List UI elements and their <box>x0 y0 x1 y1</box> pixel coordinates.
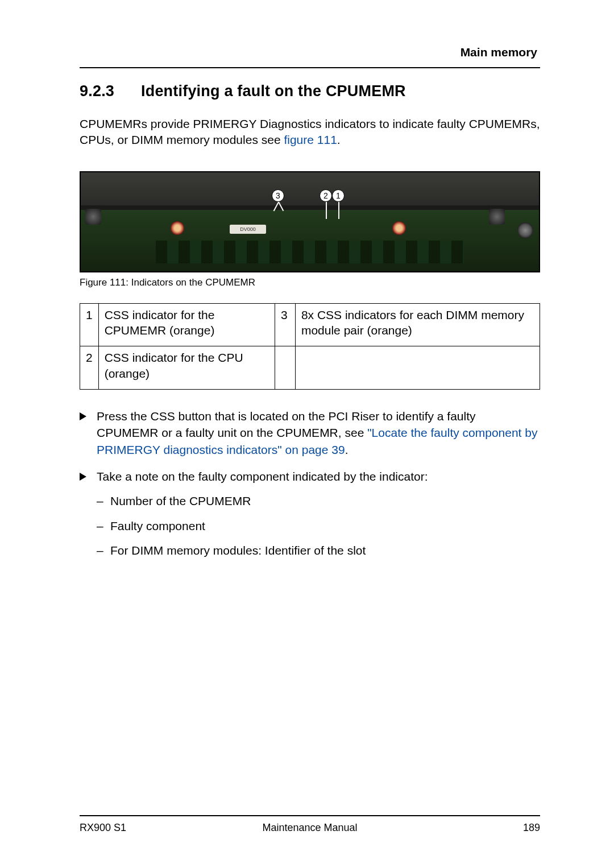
legend-table: 1 CSS indicator for the CPUMEMR (orange)… <box>80 303 540 390</box>
intro-terminator: . <box>337 133 341 146</box>
step-terminator: . <box>345 443 349 456</box>
table-row: 1 CSS indicator for the CPUMEMR (orange)… <box>80 303 540 346</box>
section-title: Identifying a fault on the CPUMEMR <box>141 82 406 100</box>
running-header: Main memory <box>460 46 537 59</box>
figure-caption: Figure 111: Indicators on the CPUMEMR <box>80 277 540 288</box>
legend-num: 2 <box>80 346 99 390</box>
legend-desc: CSS indicator for the CPUMEMR (orange) <box>98 303 275 346</box>
footer-center: Maintenance Manual <box>80 822 540 834</box>
section-heading: 9.2.3Identifying a fault on the CPUMEMR <box>80 82 540 100</box>
procedure-list: Press the CSS button that is located on … <box>80 408 540 567</box>
callout-2: 2 <box>320 189 332 202</box>
step-marker-icon <box>80 408 97 458</box>
callout-3: 3 <box>272 189 284 202</box>
section-number: 9.2.3 <box>80 82 141 100</box>
legend-desc <box>295 346 540 390</box>
latch-left <box>85 209 101 225</box>
intro-paragraph: CPUMEMRs provide PRIMERGY Diagnostics in… <box>80 116 540 148</box>
pcb-top-plate <box>81 172 539 205</box>
legend-num: 1 <box>80 303 99 346</box>
step-body: Press the CSS button that is located on … <box>97 408 540 458</box>
list-item: Number of the CPUMEMR <box>97 493 540 509</box>
step-body: Take a note on the faulty component indi… <box>97 468 540 567</box>
procedure-step: Take a note on the faulty component indi… <box>80 468 540 567</box>
step-text: Take a note on the faulty component indi… <box>97 470 428 483</box>
screw-icon <box>171 221 184 235</box>
dimm-slots <box>156 241 464 263</box>
figure-link[interactable]: figure 111 <box>284 133 337 146</box>
legend-desc: CSS indicator for the CPU (orange) <box>98 346 275 390</box>
list-item: For DIMM memory modules: Identifier of t… <box>97 542 540 559</box>
board-label: DV000 <box>230 225 266 234</box>
figure-111: DV000 3 2 1 <box>80 171 540 272</box>
legend-num <box>275 346 295 390</box>
procedure-step: Press the CSS button that is located on … <box>80 408 540 458</box>
sub-list: Number of the CPUMEMR Faulty component F… <box>97 493 540 559</box>
callout-1: 1 <box>332 189 345 202</box>
screw-icon <box>517 222 533 238</box>
callout-leader <box>338 202 339 219</box>
latch-right <box>489 209 505 225</box>
header-rule <box>80 67 540 68</box>
legend-desc: 8x CSS indicators for each DIMM memory m… <box>295 303 540 346</box>
screw-icon <box>392 221 406 235</box>
legend-num: 3 <box>275 303 295 346</box>
page: Main memory 9.2.3Identifying a fault on … <box>0 0 614 868</box>
page-footer: RX900 S1 Maintenance Manual 189 <box>80 815 540 834</box>
step-marker-icon <box>80 468 97 567</box>
table-row: 2 CSS indicator for the CPU (orange) <box>80 346 540 390</box>
callout-leader <box>326 202 327 219</box>
list-item: Faulty component <box>97 518 540 534</box>
content-area: 9.2.3Identifying a fault on the CPUMEMR … <box>80 82 540 577</box>
